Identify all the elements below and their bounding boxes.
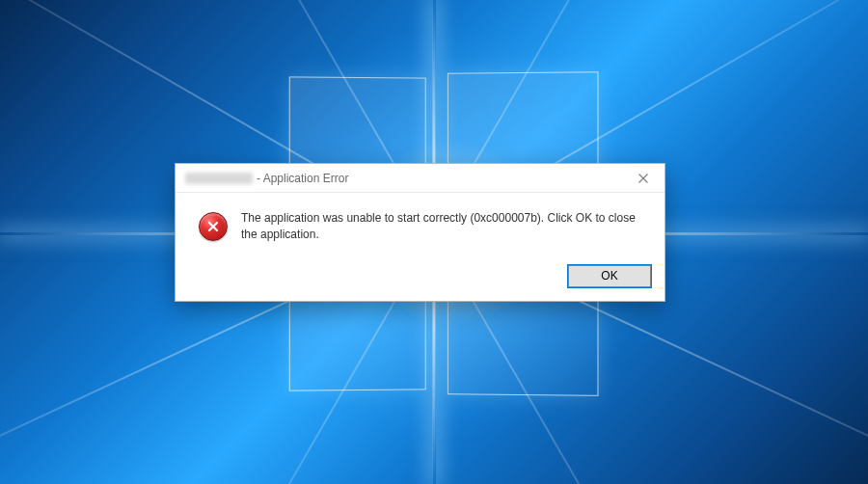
error-dialog: - Application Error The application was … <box>175 163 665 302</box>
title-appname-obscured <box>185 173 253 184</box>
dialog-body: The application was unable to start corr… <box>176 193 665 252</box>
error-icon <box>199 212 228 241</box>
close-icon <box>638 174 648 183</box>
dialog-button-row: OK <box>176 252 665 301</box>
close-button[interactable] <box>621 164 665 193</box>
ok-button[interactable]: OK <box>568 265 651 287</box>
error-icon-container <box>199 210 228 244</box>
dialog-titlebar[interactable]: - Application Error <box>176 164 665 193</box>
dialog-title: - Application Error <box>257 172 348 185</box>
error-message: The application was unable to start corr… <box>241 210 645 244</box>
